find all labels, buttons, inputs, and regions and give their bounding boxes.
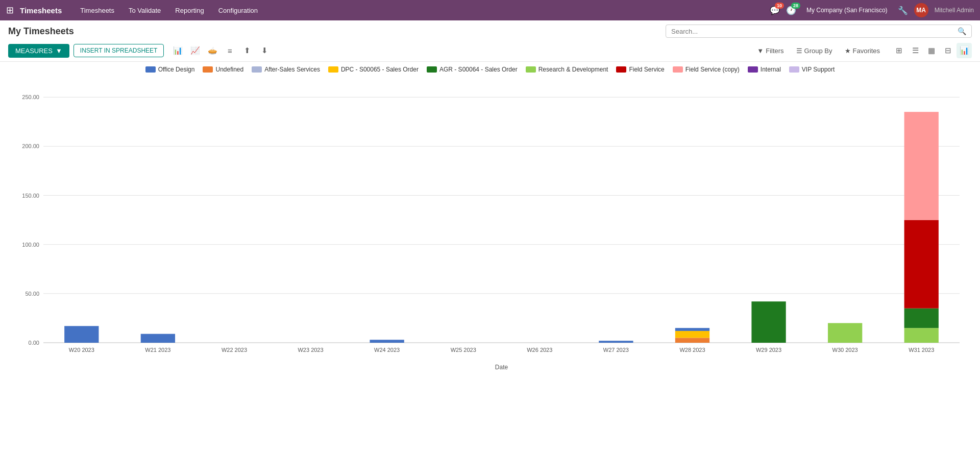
list-view-icon[interactable]: ☰	[908, 43, 923, 58]
legend-color-box	[748, 66, 758, 73]
svg-text:150.00: 150.00	[22, 193, 39, 199]
group-by-icon: ☰	[796, 47, 802, 55]
svg-text:W23 2023: W23 2023	[298, 347, 323, 353]
grid-view-icon[interactable]: ⊞	[891, 43, 906, 58]
legend-label: After-Sales Services	[264, 66, 320, 73]
sort-asc-icon[interactable]: ⬆	[239, 43, 255, 58]
star-icon: ★	[845, 47, 851, 55]
app-name: Timesheets	[20, 6, 62, 15]
legend-color-box	[616, 66, 626, 73]
chart-view-icon[interactable]: 📊	[957, 43, 972, 58]
group-by-label: Group By	[804, 47, 832, 55]
legend-label: Research & Development	[538, 66, 608, 73]
svg-rect-29	[751, 301, 786, 343]
svg-text:W24 2023: W24 2023	[374, 347, 400, 353]
legend-item: Research & Development	[526, 66, 608, 73]
nav-timesheets[interactable]: Timesheets	[74, 5, 120, 16]
svg-text:W21 2023: W21 2023	[145, 347, 170, 353]
dropdown-icon: ▼	[56, 47, 62, 55]
legend-item: AGR - S00064 - Sales Order	[427, 66, 518, 73]
svg-text:250.00: 250.00	[22, 94, 39, 100]
legend-item: Office Design	[145, 66, 195, 73]
legend-item: Undefined	[203, 66, 243, 73]
sort-desc-icon[interactable]: ⬇	[257, 43, 272, 58]
legend-color-box	[203, 66, 213, 73]
svg-text:W29 2023: W29 2023	[756, 347, 781, 353]
nav-items: Timesheets To Validate Reporting Configu…	[74, 5, 766, 16]
top-navigation: ⊞ Timesheets Timesheets To Validate Repo…	[0, 0, 980, 20]
svg-rect-13	[64, 326, 99, 343]
legend-label: VIP Support	[802, 66, 835, 73]
svg-text:W20 2023: W20 2023	[69, 347, 94, 353]
legend-item: After-Sales Services	[252, 66, 320, 73]
stack-chart-icon[interactable]: ≡	[222, 43, 237, 58]
svg-text:Date: Date	[495, 364, 508, 371]
legend-item: Field Service (copy)	[673, 66, 740, 73]
notifications-badge: 10	[775, 3, 784, 9]
search-bar: 🔍	[666, 25, 972, 38]
legend-color-box	[673, 66, 683, 73]
bar-chart-icon[interactable]: 📊	[170, 43, 185, 58]
legend-item: Field Service	[616, 66, 664, 73]
svg-rect-31	[828, 323, 862, 343]
svg-text:100.00: 100.00	[22, 242, 39, 248]
activities-badge: 28	[791, 3, 800, 9]
filters-button[interactable]: ▼ Filters	[752, 44, 789, 57]
nav-reporting[interactable]: Reporting	[169, 5, 210, 16]
legend-item: Internal	[748, 66, 781, 73]
svg-rect-19	[370, 340, 404, 343]
search-input[interactable]	[671, 28, 958, 35]
svg-rect-15	[141, 334, 175, 343]
legend-label: AGR - S00064 - Sales Order	[439, 66, 518, 73]
chart-container: 0.0050.00100.00150.00200.00250.00W20 202…	[8, 77, 972, 375]
pivot-view-icon[interactable]: ⊟	[940, 43, 955, 58]
subheader: My Timesheets 🔍	[0, 20, 980, 40]
bar-chart: 0.0050.00100.00150.00200.00250.00W20 202…	[8, 77, 972, 373]
svg-rect-27	[675, 328, 709, 331]
spreadsheet-button[interactable]: INSERT IN SPREADSHEET	[74, 44, 164, 57]
activities-icon[interactable]: 🕐 28	[786, 6, 796, 15]
svg-rect-25	[675, 338, 709, 343]
svg-rect-26	[675, 331, 709, 338]
chart-wrapper: Office DesignUndefinedAfter-Sales Servic…	[0, 62, 980, 379]
settings-icon[interactable]: 🔧	[898, 6, 908, 15]
app-grid-icon[interactable]: ⊞	[6, 5, 14, 16]
legend-item: VIP Support	[789, 66, 835, 73]
svg-text:W28 2023: W28 2023	[679, 347, 705, 353]
view-icons: ⊞ ☰ ▦ ⊟ 📊	[891, 43, 972, 58]
company-name: My Company (San Francisco)	[806, 7, 888, 14]
filter-icon: ▼	[757, 47, 764, 55]
legend-label: DPC - S00065 - Sales Order	[341, 66, 419, 73]
search-icon[interactable]: 🔍	[958, 27, 966, 35]
legend-item: DPC - S00065 - Sales Order	[328, 66, 419, 73]
svg-text:W22 2023: W22 2023	[222, 347, 247, 353]
kanban-view-icon[interactable]: ▦	[924, 43, 939, 58]
legend-label: Internal	[761, 66, 781, 73]
filters-label: Filters	[766, 47, 783, 55]
legend-color-box	[427, 66, 437, 73]
nav-configuration[interactable]: Configuration	[212, 5, 264, 16]
favorites-button[interactable]: ★ Favorites	[840, 44, 885, 57]
spreadsheet-label: INSERT IN SPREADSHEET	[80, 47, 158, 54]
pie-chart-icon[interactable]: 🥧	[205, 43, 220, 58]
legend-label: Field Service (copy)	[685, 66, 740, 73]
line-chart-icon[interactable]: 📈	[187, 43, 203, 58]
svg-text:50.00: 50.00	[25, 291, 39, 297]
svg-text:W27 2023: W27 2023	[603, 347, 629, 353]
user-name: Mitchell Admin	[935, 7, 974, 14]
right-icons: 💬 10 🕐 28 My Company (San Francisco) 🔧 M…	[770, 3, 974, 17]
chat-icon[interactable]: 💬 10	[770, 6, 780, 15]
svg-text:W30 2023: W30 2023	[832, 347, 858, 353]
nav-to-validate[interactable]: To Validate	[122, 5, 167, 16]
group-by-button[interactable]: ☰ Group By	[791, 44, 838, 57]
svg-text:W26 2023: W26 2023	[527, 347, 552, 353]
chart-legend: Office DesignUndefinedAfter-Sales Servic…	[8, 66, 972, 73]
legend-label: Field Service	[629, 66, 664, 73]
measures-button[interactable]: MEASURES ▼	[8, 44, 69, 58]
legend-label: Office Design	[158, 66, 195, 73]
right-toolbar: ▼ Filters ☰ Group By ★ Favorites ⊞ ☰ ▦ ⊟…	[752, 43, 972, 58]
svg-rect-36	[904, 112, 939, 220]
measures-label: MEASURES	[15, 47, 53, 55]
svg-rect-35	[904, 220, 939, 308]
avatar[interactable]: MA	[914, 3, 928, 17]
